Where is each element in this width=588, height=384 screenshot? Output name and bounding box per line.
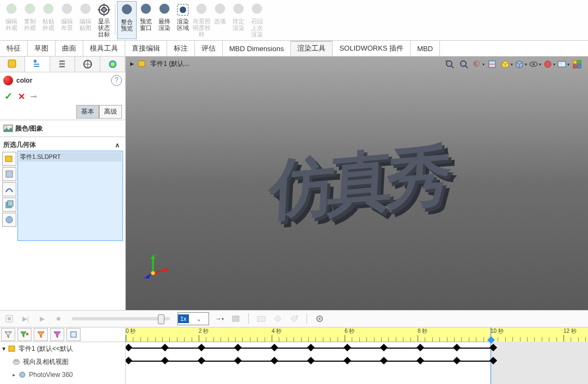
tab-直接编辑[interactable]: 直接编辑 — [125, 41, 167, 56]
options-button[interactable]: 选项 — [211, 1, 229, 38]
add-key-button[interactable]: + — [288, 313, 300, 325]
autokey-button[interactable] — [272, 313, 284, 325]
filter-animated-button[interactable]: ★ — [17, 328, 32, 341]
tab-模具工具[interactable]: 模具工具 — [83, 41, 125, 56]
timeline-tracks[interactable]: 0 秒2 秒4 秒6 秒8 秒10 秒12 秒 — [126, 327, 588, 384]
tab-草图[interactable]: 草图 — [28, 41, 56, 56]
keyframe[interactable] — [271, 357, 278, 364]
tab-SOLIDWORKS 插件[interactable]: SOLIDWORKS 插件 — [333, 41, 411, 56]
time-slider[interactable] — [72, 317, 170, 320]
color-image-header[interactable]: 颜色/图象 — [2, 122, 123, 134]
property-manager-tab[interactable] — [25, 57, 50, 72]
filter-driven-button[interactable] — [34, 328, 48, 341]
filter-button[interactable] — [1, 328, 15, 341]
filter-feature-icon[interactable] — [2, 213, 16, 227]
help-button[interactable]: ? — [111, 75, 122, 86]
tab-特征[interactable]: 特征 — [0, 41, 28, 56]
hide-show-icon[interactable]: ▾ — [528, 58, 541, 71]
play-start-button[interactable]: ▶| — [20, 313, 32, 325]
keyframe[interactable] — [198, 357, 205, 364]
edit-appearance-button[interactable]: 编辑 外观 — [2, 1, 21, 38]
keyframe[interactable] — [161, 344, 169, 351]
keyframe[interactable] — [271, 344, 278, 351]
filter-results-button[interactable] — [66, 328, 81, 341]
render-region-button[interactable]: 渲染 区域 — [174, 1, 192, 38]
edit-scene-button[interactable]: 编辑 布景 — [58, 1, 76, 38]
display-target-button[interactable]: 显示 状态 目标 — [95, 1, 113, 38]
keyframe[interactable] — [380, 344, 388, 351]
filter-selected-button[interactable] — [50, 328, 64, 341]
keyframe[interactable] — [161, 357, 169, 364]
tab-渲染工具[interactable]: 渲染工具 — [291, 41, 333, 56]
keyframe[interactable] — [234, 344, 242, 351]
stop-button[interactable]: ■ — [52, 313, 64, 325]
keyframe[interactable] — [307, 344, 315, 351]
geometry-item[interactable]: 零件1.SLDPRT — [19, 152, 121, 162]
ok-button[interactable]: ✓ — [4, 90, 13, 102]
geometry-header[interactable]: 所选几何体 ʌ — [2, 139, 123, 151]
filter-part-icon[interactable] — [2, 152, 16, 166]
keyframe[interactable] — [344, 357, 351, 364]
edit-decal-button[interactable]: 编辑 贴图 — [76, 1, 95, 38]
zoom-fit-icon[interactable] — [443, 58, 456, 71]
geometry-list[interactable]: 零件1.SLDPRT — [17, 151, 123, 241]
section-view-icon[interactable] — [486, 58, 499, 71]
calculate-button[interactable] — [3, 313, 15, 325]
timeline-row-part[interactable]: ▾ 零件1 (默认<<默认 — [0, 342, 125, 355]
keyframe[interactable] — [126, 357, 132, 364]
zoom-area-icon[interactable] — [457, 58, 470, 71]
playback-speed-select[interactable]: 1x ⌄ — [177, 312, 209, 325]
schedule-render-button[interactable]: 排定 渲染 — [229, 1, 248, 38]
timeline-row-photoview[interactable]: ▸ PhotoView 360 — [0, 368, 125, 381]
keyframe[interactable] — [416, 357, 424, 364]
keyframe[interactable] — [489, 344, 497, 351]
view-settings-icon[interactable] — [571, 58, 584, 71]
motion-settings-button[interactable] — [314, 313, 326, 325]
copy-appearance-button[interactable]: 复制 外观 — [21, 1, 39, 38]
keyframe[interactable] — [344, 344, 351, 351]
timeline-row-orientation[interactable]: 视向及相机视图 — [0, 355, 125, 368]
expand-icon[interactable]: ▾ — [2, 345, 5, 352]
edit-appearance-icon[interactable]: ▾ — [542, 58, 555, 71]
filter-face-icon[interactable] — [2, 167, 16, 181]
basic-mode-button[interactable]: 基本 — [76, 105, 99, 119]
recall-render-button[interactable]: 召回 上次 渲染 — [248, 1, 266, 38]
integrated-preview-button[interactable]: 整合 预览 — [117, 1, 137, 39]
play-button[interactable]: ▶ — [36, 313, 48, 325]
tab-MBD Dimensions[interactable]: MBD Dimensions — [223, 41, 291, 56]
final-render-button[interactable]: 最终 渲染 — [155, 1, 174, 38]
tab-评估[interactable]: 评估 — [195, 41, 223, 56]
time-ruler[interactable]: 0 秒2 秒4 秒6 秒8 秒10 秒12 秒 — [126, 327, 588, 342]
keyframe[interactable] — [126, 344, 132, 351]
keyframe[interactable] — [453, 344, 461, 351]
keyframe[interactable] — [380, 357, 388, 364]
tab-曲面[interactable]: 曲面 — [56, 41, 83, 56]
keyframe[interactable] — [453, 357, 461, 364]
config-tab[interactable] — [50, 57, 75, 72]
view-orientation-icon[interactable]: ▾ — [500, 58, 513, 71]
filter-surface-icon[interactable] — [2, 182, 16, 196]
preview-window-button[interactable]: 预览 窗口 — [137, 1, 155, 38]
feature-tree-tab[interactable] — [0, 57, 25, 72]
cancel-button[interactable]: ✕ — [18, 91, 25, 102]
animation-wizard-button[interactable] — [255, 313, 267, 325]
pin-button[interactable]: ⊸ — [30, 92, 37, 101]
keyframe[interactable] — [307, 357, 315, 364]
track-part[interactable] — [126, 342, 588, 355]
3d-viewport[interactable]: ▶ 零件1 (默认... ▾ ▾ ▾ ▾ ▾ ▾ 仿真秀 — [126, 57, 588, 310]
previous-view-icon[interactable]: ▾ — [471, 58, 485, 71]
keyframe[interactable] — [198, 344, 205, 351]
appearance-tab[interactable] — [100, 57, 125, 72]
display-style-icon[interactable]: ▾ — [514, 58, 527, 71]
slider-thumb[interactable] — [158, 314, 164, 324]
scene-proof-button[interactable]: 布景照 明度校 样 — [192, 1, 211, 38]
expand-tree-icon[interactable]: ▶ — [130, 60, 134, 67]
keyframe[interactable] — [489, 357, 497, 364]
dimxpert-tab[interactable] — [75, 57, 100, 72]
tab-标注[interactable]: 标注 — [167, 41, 195, 56]
keyframe[interactable] — [234, 357, 242, 364]
paste-appearance-button[interactable]: 粘贴 外观 — [39, 1, 58, 38]
tab-MBD[interactable]: MBD — [411, 41, 440, 56]
advanced-mode-button[interactable]: 高级 — [99, 105, 122, 119]
expand-icon[interactable]: ▸ — [12, 371, 16, 379]
